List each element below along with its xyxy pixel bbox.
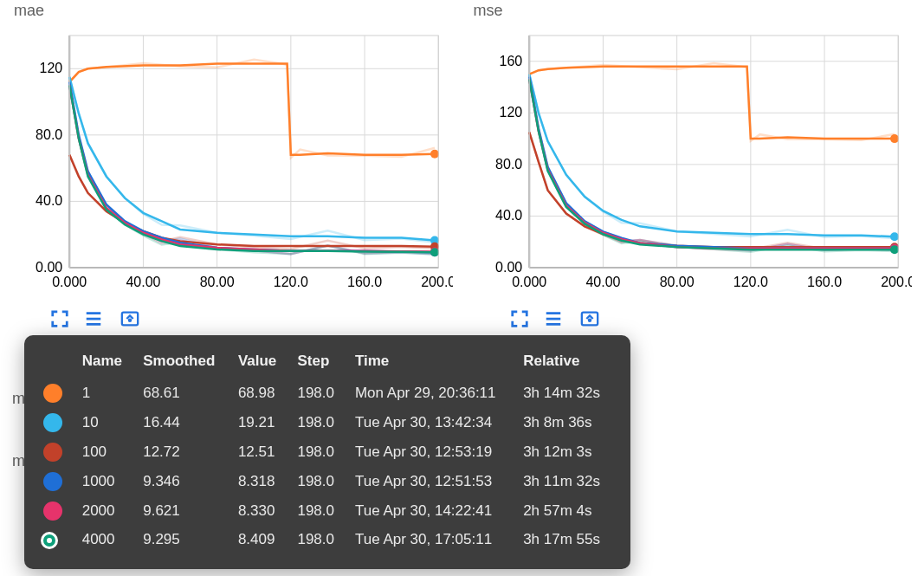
cell-time: Tue Apr 30, 12:51:53 xyxy=(346,467,514,496)
fit-icon[interactable] xyxy=(118,309,142,328)
cell-time: Tue Apr 30, 14:22:41 xyxy=(346,496,514,526)
cell-time: Tue Apr 30, 13:42:34 xyxy=(346,408,514,437)
cell-smoothed: 16.44 xyxy=(134,408,229,437)
cell-step: 198.0 xyxy=(288,379,346,408)
svg-point-60 xyxy=(889,245,898,254)
svg-text:80.0: 80.0 xyxy=(36,127,62,142)
svg-rect-28 xyxy=(69,36,438,268)
cell-time: Tue Apr 30, 17:05:11 xyxy=(346,526,514,553)
expand-icon[interactable] xyxy=(50,309,69,328)
cell-step: 198.0 xyxy=(288,408,346,437)
cell-name: 1 xyxy=(74,379,135,408)
svg-text:0.000: 0.000 xyxy=(512,275,546,289)
svg-text:40.00: 40.00 xyxy=(585,275,620,289)
svg-text:120: 120 xyxy=(499,105,522,120)
chart-toolbar-mse xyxy=(472,302,913,328)
table-row[interactable]: 20009.6218.330198.0Tue Apr 30, 14:22:412… xyxy=(35,496,615,526)
table-row[interactable]: 1016.4419.21198.0Tue Apr 30, 13:42:343h … xyxy=(35,408,615,437)
cell-relative: 3h 12m 3s xyxy=(514,437,615,467)
cell-smoothed: 12.72 xyxy=(134,437,229,467)
cell-value: 8.330 xyxy=(229,496,289,526)
col-relative: Relative xyxy=(514,351,615,379)
col-name: Name xyxy=(74,351,135,379)
chart-canvas-mse[interactable]: 0.0040.080.01201600.00040.0080.00120.016… xyxy=(472,25,913,302)
svg-text:160: 160 xyxy=(499,54,522,68)
col-step: Step xyxy=(288,351,346,379)
col-time: Time xyxy=(346,351,514,379)
svg-point-22 xyxy=(430,150,439,159)
run-tooltip-table: Name Smoothed Value Step Time Relative 1… xyxy=(35,351,615,553)
run-swatch xyxy=(35,496,74,526)
cell-name: 10 xyxy=(74,408,135,437)
run-swatch xyxy=(35,379,74,408)
svg-text:120: 120 xyxy=(40,61,63,75)
cell-name: 100 xyxy=(74,437,135,467)
cell-value: 12.51 xyxy=(229,437,289,467)
svg-text:40.0: 40.0 xyxy=(36,193,62,208)
cell-step: 198.0 xyxy=(288,467,346,496)
svg-text:160.0: 160.0 xyxy=(807,275,842,289)
cell-value: 68.98 xyxy=(229,379,289,408)
svg-text:0.000: 0.000 xyxy=(52,275,87,289)
cell-name: 2000 xyxy=(74,496,135,526)
col-value: Value xyxy=(229,351,289,379)
table-row[interactable]: 10009.3468.318198.0Tue Apr 30, 12:51:533… xyxy=(35,467,615,496)
chart-pane-mae: mae 0.0040.080.01200.00040.0080.00120.01… xyxy=(12,0,453,328)
svg-text:120.0: 120.0 xyxy=(274,275,308,289)
svg-text:200.0: 200.0 xyxy=(421,275,452,289)
chart-title-mse: mse xyxy=(472,0,913,25)
svg-point-27 xyxy=(430,248,439,256)
svg-text:160.0: 160.0 xyxy=(347,275,382,289)
cell-smoothed: 68.61 xyxy=(134,379,229,408)
svg-point-63 xyxy=(588,320,590,321)
expand-icon[interactable] xyxy=(510,309,529,328)
cell-relative: 2h 57m 4s xyxy=(514,496,615,526)
table-row[interactable]: 10012.7212.51198.0Tue Apr 30, 12:53:193h… xyxy=(35,437,615,467)
cell-value: 8.318 xyxy=(229,467,289,496)
cell-relative: 3h 14m 32s xyxy=(514,379,615,408)
cell-step: 198.0 xyxy=(288,496,346,526)
run-tooltip: Name Smoothed Value Step Time Relative 1… xyxy=(24,335,630,569)
cell-smoothed: 9.346 xyxy=(134,467,229,496)
svg-text:0.00: 0.00 xyxy=(36,260,62,275)
cell-value: 19.21 xyxy=(229,408,289,437)
cell-relative: 3h 8m 36s xyxy=(514,408,615,437)
cell-step: 198.0 xyxy=(288,437,346,467)
chart-canvas-mae[interactable]: 0.0040.080.01200.00040.0080.00120.0160.0… xyxy=(12,25,453,302)
run-swatch xyxy=(35,408,74,437)
cell-name: 1000 xyxy=(74,467,135,496)
svg-text:80.00: 80.00 xyxy=(659,275,694,289)
fit-icon[interactable] xyxy=(578,309,602,328)
svg-text:80.00: 80.00 xyxy=(200,275,235,289)
table-row[interactable]: 168.6168.98198.0Mon Apr 29, 20:36:113h 1… xyxy=(35,379,615,408)
svg-text:40.0: 40.0 xyxy=(495,208,522,223)
svg-text:0.00: 0.00 xyxy=(495,260,522,275)
cell-step: 198.0 xyxy=(288,526,346,553)
cell-relative: 3h 11m 32s xyxy=(514,467,615,496)
cell-name: 4000 xyxy=(74,526,135,553)
table-row[interactable]: 40009.2958.409198.0Tue Apr 30, 17:05:113… xyxy=(35,526,615,553)
svg-text:40.00: 40.00 xyxy=(126,275,160,289)
chart-pane-mse: mse 0.0040.080.01201600.00040.0080.00120… xyxy=(472,0,913,328)
svg-text:120.0: 120.0 xyxy=(733,275,767,289)
cell-time: Mon Apr 29, 20:36:11 xyxy=(346,379,514,408)
cell-smoothed: 9.295 xyxy=(134,526,229,553)
svg-text:80.0: 80.0 xyxy=(495,157,522,172)
chart-toolbar-mae xyxy=(12,302,453,328)
cell-smoothed: 9.621 xyxy=(134,496,229,526)
run-swatch xyxy=(35,437,74,467)
chart-title-mae: mae xyxy=(12,0,453,25)
run-swatch xyxy=(35,526,74,553)
svg-point-56 xyxy=(889,232,898,241)
run-swatch xyxy=(35,467,74,496)
cell-time: Tue Apr 30, 12:53:19 xyxy=(346,437,514,467)
cell-relative: 3h 17m 55s xyxy=(514,526,615,553)
list-icon[interactable] xyxy=(81,309,106,328)
svg-point-55 xyxy=(889,134,898,143)
cell-value: 8.409 xyxy=(229,526,289,553)
svg-point-30 xyxy=(129,320,131,321)
col-smoothed: Smoothed xyxy=(134,351,229,379)
svg-text:200.0: 200.0 xyxy=(881,275,912,289)
list-icon[interactable] xyxy=(541,309,565,328)
